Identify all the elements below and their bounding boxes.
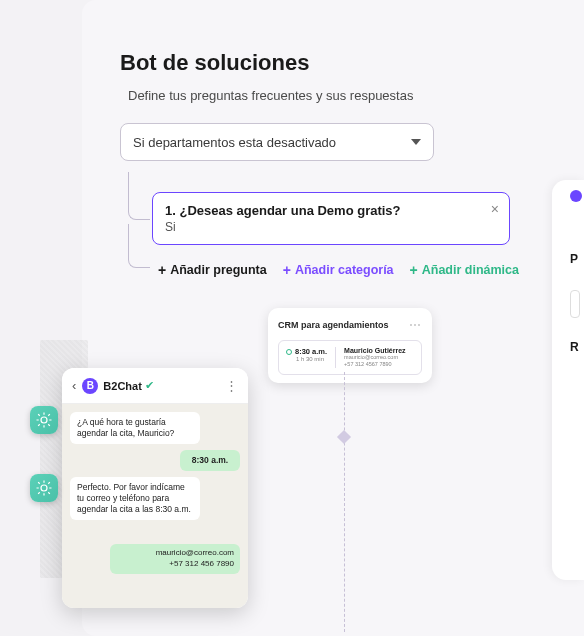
department-select[interactable]: Si departamentos esta desactivado xyxy=(120,123,434,161)
crm-duration: 1 h 30 min xyxy=(296,356,327,362)
crm-title: CRM para agendamientos xyxy=(278,320,389,330)
clock-icon xyxy=(286,349,292,355)
add-dynamic-button[interactable]: + Añadir dinámica xyxy=(410,262,519,278)
verified-icon: ✔ xyxy=(145,379,154,392)
drawer-label-r: R xyxy=(570,340,584,354)
flow-connector xyxy=(344,372,345,632)
chat-name: B2Chat xyxy=(103,380,142,392)
ai-icon xyxy=(30,474,58,502)
brand-badge: B xyxy=(82,378,98,394)
page-title: Bot de soluciones xyxy=(120,50,584,76)
crm-phone: +57 312 4567 7890 xyxy=(344,361,405,368)
add-question-button[interactable]: + Añadir pregunta xyxy=(158,262,267,278)
add-category-button[interactable]: + Añadir categoría xyxy=(283,262,394,278)
department-select-value: Si departamentos esta desactivado xyxy=(133,135,336,150)
crm-appointment[interactable]: 8:30 a.m. 1 h 30 min Mauricio Gutiérrez … xyxy=(278,340,422,375)
kebab-icon[interactable]: ⋮ xyxy=(225,378,238,393)
plus-icon: + xyxy=(283,262,291,278)
chat-message-out: 8:30 a.m. xyxy=(180,450,240,471)
question-title: 1. ¿Deseas agendar una Demo gratis? xyxy=(165,203,479,218)
chat-body: ¿A qué hora te gustaría agendar la cita,… xyxy=(62,404,248,608)
tree-connector xyxy=(128,224,150,268)
crm-person: Mauricio Gutiérrez xyxy=(344,347,405,354)
ai-icon xyxy=(30,406,58,434)
crm-card: CRM para agendamientos ⋯ 8:30 a.m. 1 h 3… xyxy=(268,308,432,383)
side-drawer: P R xyxy=(552,180,584,580)
divider xyxy=(335,347,336,368)
svg-point-0 xyxy=(41,417,47,423)
close-icon[interactable]: × xyxy=(491,201,499,217)
page-subtitle: Define tus preguntas frecuentes y sus re… xyxy=(128,88,584,103)
plus-icon: + xyxy=(410,262,418,278)
chat-message-out: mauricio@correo.com +57 312 456 7890 xyxy=(110,544,240,574)
chat-header: ‹ B B2Chat ✔ ⋮ xyxy=(62,368,248,404)
more-icon[interactable]: ⋯ xyxy=(409,318,422,332)
crm-time: 8:30 a.m. xyxy=(295,347,327,356)
chevron-down-icon xyxy=(411,139,421,145)
chat-message-in: ¿A qué hora te gustaría agendar la cita,… xyxy=(70,412,200,444)
drawer-label-p: P xyxy=(570,252,584,266)
question-card[interactable]: 1. ¿Deseas agendar una Demo gratis? Si × xyxy=(152,192,510,245)
question-answer: Si xyxy=(165,220,479,234)
back-icon[interactable]: ‹ xyxy=(72,378,76,393)
tree-connector xyxy=(128,172,150,220)
drawer-indicator xyxy=(570,190,582,202)
drawer-field[interactable] xyxy=(570,290,580,318)
plus-icon: + xyxy=(158,262,166,278)
svg-point-1 xyxy=(41,485,47,491)
chat-preview: ‹ B B2Chat ✔ ⋮ ¿A qué hora te gustaría a… xyxy=(62,368,248,608)
chat-message-in: Perfecto. Por favor indícame tu correo y… xyxy=(70,477,200,520)
action-row: + Añadir pregunta + Añadir categoría + A… xyxy=(158,262,519,278)
crm-email: mauricio@correo.com xyxy=(344,354,405,361)
